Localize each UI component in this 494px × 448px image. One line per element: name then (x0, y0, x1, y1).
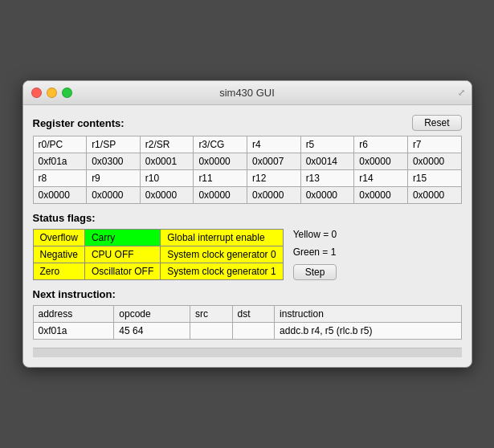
instr-opcode: 45 64 (114, 323, 190, 340)
reg-value: 0x0000 (407, 187, 461, 204)
reg-value: 0x0000 (354, 187, 408, 204)
reg-value: 0x0001 (140, 153, 194, 170)
reg-header: r15 (407, 170, 461, 187)
close-button[interactable] (31, 88, 42, 98)
reg-header: r11 (194, 170, 247, 187)
reg-header: r13 (300, 170, 354, 187)
table-row: r0/PC r1/SP r2/SR r3/CG r4 r5 r6 r7 (33, 136, 461, 153)
next-instruction-section: Next instruction: address opcode src dst… (33, 288, 462, 340)
table-row: 0xf01a 0x0300 0x0001 0x0000 0x0007 0x001… (33, 153, 461, 170)
register-table: r0/PC r1/SP r2/SR r3/CG r4 r5 r6 r7 0xf0… (33, 136, 462, 204)
col-src: src (190, 306, 232, 323)
col-address: address (33, 306, 114, 323)
reg-value: 0x0000 (354, 153, 408, 170)
reg-value: 0x0000 (247, 187, 301, 204)
content-area: Register contents: Reset r0/PC r1/SP r2/… (23, 105, 472, 367)
reg-header: r12 (247, 170, 301, 187)
flag-sysclk0: System clock generator 0 (161, 246, 283, 263)
status-flags-section: Status flags: Overflow Carry Global inte… (33, 212, 462, 280)
main-window: sim430 GUI ⤢ Register contents: Reset r0… (22, 80, 472, 368)
reg-header: r14 (354, 170, 408, 187)
register-label: Register contents: (33, 117, 125, 129)
reg-value: 0x0014 (300, 153, 354, 170)
reg-value: 0x0000 (407, 153, 461, 170)
reg-value: 0x0300 (87, 153, 141, 170)
col-dst: dst (232, 306, 275, 323)
instruction-table: address opcode src dst instruction 0xf01… (33, 305, 462, 340)
flags-legend: Yellow = 0 Green = 1 Step (293, 229, 337, 280)
flag-row: Overflow Carry Global interrupt enable (33, 230, 283, 246)
table-header-row: address opcode src dst instruction (33, 306, 461, 323)
flags-grid: Overflow Carry Global interrupt enable N… (33, 229, 462, 280)
flags-table: Overflow Carry Global interrupt enable N… (33, 229, 284, 280)
flag-global-interrupt: Global interrupt enable (161, 230, 283, 246)
minimize-button[interactable] (47, 88, 57, 98)
reg-value: 0x0007 (247, 153, 301, 170)
maximize-button[interactable] (62, 88, 72, 98)
register-header: Register contents: Reset (33, 115, 462, 131)
flags-table-container: Overflow Carry Global interrupt enable N… (33, 229, 284, 280)
reg-header: r10 (140, 170, 194, 187)
reg-header: r2/SR (140, 136, 194, 153)
flag-negative: Negative (33, 246, 84, 263)
flag-carry: Carry (84, 230, 160, 246)
scrollbar[interactable] (33, 348, 462, 357)
col-instruction: instruction (275, 306, 461, 323)
reg-header: r3/CG (194, 136, 247, 153)
flag-overflow: Overflow (33, 230, 84, 246)
legend-green: Green = 1 (293, 246, 337, 258)
instr-dst (232, 323, 275, 340)
instr-text: addc.b r4, r5 (rlc.b r5) (275, 323, 461, 340)
reg-value: 0x0000 (87, 187, 141, 204)
reg-value: 0x0000 (194, 187, 247, 204)
col-opcode: opcode (114, 306, 190, 323)
traffic-lights (31, 88, 72, 98)
table-row: 0xf01a 45 64 addc.b r4, r5 (rlc.b r5) (33, 323, 461, 340)
flag-zero: Zero (33, 263, 84, 280)
titlebar: sim430 GUI ⤢ (23, 81, 472, 105)
reset-button[interactable]: Reset (412, 115, 461, 131)
legend-yellow: Yellow = 0 (293, 229, 337, 240)
reg-value: 0xf01a (33, 153, 87, 170)
flag-osc-off: Oscillator OFF (84, 263, 160, 280)
reg-header: r6 (354, 136, 408, 153)
reg-header: r7 (407, 136, 461, 153)
flag-sysclk1: System clock generator 1 (161, 263, 283, 280)
instr-address: 0xf01a (33, 323, 114, 340)
reg-header: r5 (300, 136, 354, 153)
flag-cpu-off: CPU OFF (84, 246, 160, 263)
table-row: r8 r9 r10 r11 r12 r13 r14 r15 (33, 170, 461, 187)
reg-value: 0x0000 (140, 187, 194, 204)
status-flags-label: Status flags: (33, 212, 462, 224)
instr-src (190, 323, 232, 340)
reg-header: r9 (87, 170, 141, 187)
reg-header: r0/PC (33, 136, 87, 153)
next-instruction-label: Next instruction: (33, 288, 462, 300)
reg-value: 0x0000 (33, 187, 87, 204)
reg-header: r4 (247, 136, 301, 153)
table-row: 0x0000 0x0000 0x0000 0x0000 0x0000 0x000… (33, 187, 461, 204)
resize-icon: ⤢ (458, 88, 465, 98)
flag-row: Zero Oscillator OFF System clock generat… (33, 263, 283, 280)
reg-value: 0x0000 (300, 187, 354, 204)
reg-header: r8 (33, 170, 87, 187)
reg-header: r1/SP (87, 136, 141, 153)
step-button[interactable]: Step (293, 264, 337, 280)
flag-row: Negative CPU OFF System clock generator … (33, 246, 283, 263)
window-title: sim430 GUI (219, 87, 275, 99)
reg-value: 0x0000 (194, 153, 247, 170)
